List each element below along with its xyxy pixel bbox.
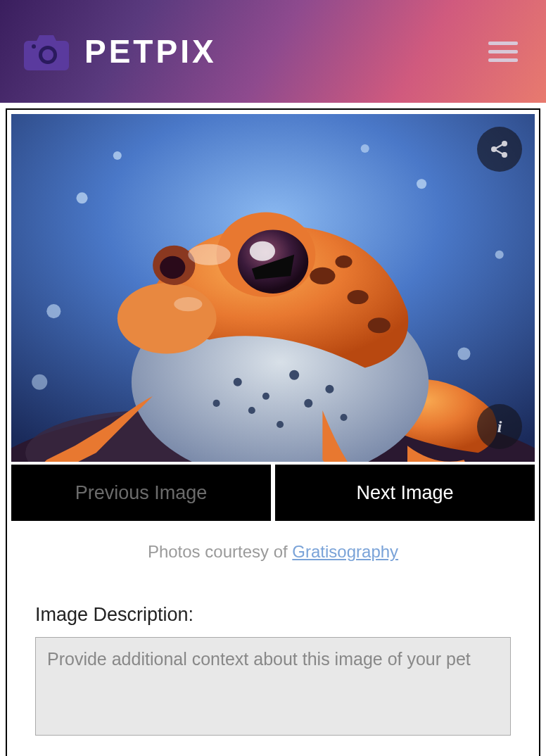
brand-title: PETPIX: [84, 32, 217, 70]
svg-point-36: [32, 374, 47, 390]
hamburger-icon: [488, 40, 518, 63]
svg-point-27: [250, 241, 275, 261]
svg-text:i: i: [497, 417, 502, 436]
info-icon: i: [489, 416, 510, 437]
app-header: PETPIX: [0, 0, 546, 103]
share-button[interactable]: [477, 127, 522, 172]
svg-rect-3: [488, 42, 518, 45]
svg-point-32: [417, 179, 426, 189]
svg-point-31: [46, 304, 61, 318]
svg-point-12: [289, 370, 299, 380]
svg-point-10: [234, 378, 242, 386]
svg-point-37: [495, 251, 504, 259]
svg-point-15: [213, 400, 220, 407]
svg-point-20: [348, 290, 369, 304]
info-button[interactable]: i: [477, 404, 522, 449]
svg-point-35: [361, 144, 369, 153]
camera-icon: [21, 31, 72, 72]
menu-button[interactable]: [481, 33, 525, 70]
pet-image: i: [11, 114, 535, 462]
svg-line-43: [496, 145, 502, 149]
svg-line-44: [496, 151, 502, 154]
share-icon: [489, 139, 510, 160]
svg-point-24: [118, 283, 217, 354]
svg-point-38: [188, 244, 230, 265]
svg-point-30: [76, 192, 87, 203]
brand-logo: PETPIX: [21, 31, 217, 72]
svg-point-26: [238, 230, 309, 294]
svg-point-33: [457, 347, 470, 360]
svg-point-14: [304, 399, 312, 408]
image-card: i Previous Image Next Image Photos court…: [6, 108, 540, 756]
svg-point-2: [32, 44, 36, 49]
image-nav: Previous Image Next Image: [11, 465, 535, 521]
main-content: i Previous Image Next Image Photos court…: [0, 103, 546, 756]
credit-link[interactable]: Gratisography: [292, 542, 398, 561]
svg-point-18: [341, 414, 348, 421]
svg-rect-4: [488, 50, 518, 53]
svg-rect-5: [488, 58, 518, 62]
svg-point-19: [310, 267, 335, 284]
svg-point-23: [335, 256, 352, 268]
next-image-button[interactable]: Next Image: [275, 465, 535, 521]
description-textarea[interactable]: [35, 637, 511, 736]
svg-point-34: [113, 151, 122, 160]
svg-point-29: [160, 256, 185, 279]
photo-credit: Photos courtesy of Gratisography: [11, 542, 535, 562]
svg-point-17: [325, 385, 334, 393]
credit-prefix: Photos courtesy of: [148, 542, 292, 561]
svg-point-13: [248, 407, 255, 414]
svg-point-16: [277, 421, 284, 428]
description-label: Image Description:: [35, 604, 511, 626]
svg-point-22: [368, 317, 391, 333]
svg-point-11: [262, 393, 269, 400]
previous-image-button[interactable]: Previous Image: [11, 465, 271, 521]
svg-point-39: [174, 297, 202, 311]
description-section: Image Description:: [11, 604, 535, 738]
svg-point-1: [42, 49, 53, 61]
